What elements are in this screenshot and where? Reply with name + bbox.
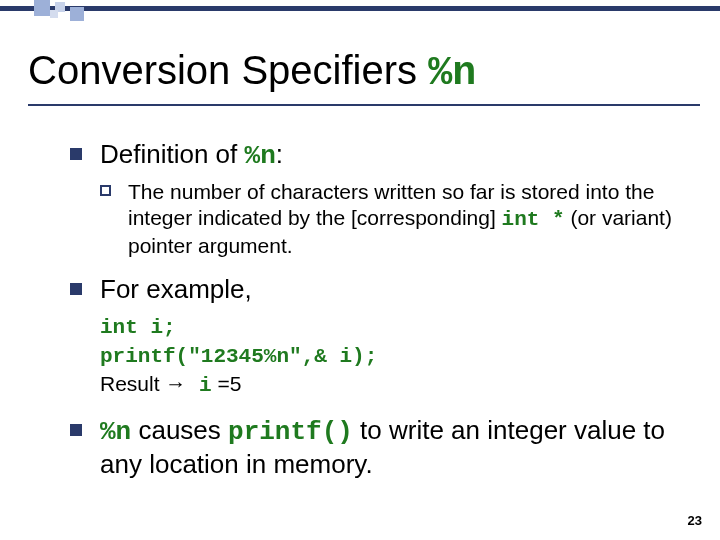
subbullet-definition-detail: The number of characters written so far … [100, 179, 680, 260]
result-code: i [186, 374, 211, 397]
deco-square [50, 10, 58, 18]
bullet-text: For example, [100, 274, 252, 304]
slide: Conversion Specifiers %n Definition of %… [0, 0, 720, 540]
deco-square [70, 7, 84, 21]
deco-bar [0, 6, 720, 11]
slide-content: Definition of %n: The number of characte… [70, 128, 680, 487]
slide-title: Conversion Specifiers %n [28, 48, 700, 106]
bullet-code: printf() [228, 417, 353, 447]
bullet-definition: Definition of %n: [70, 138, 680, 173]
page-number: 23 [688, 513, 702, 528]
bullet-summary: %n causes printf() to write an integer v… [70, 414, 680, 481]
subbullet-code: int * [502, 208, 565, 231]
example-code-block: int i; printf("12345%n",& i); Result → i… [100, 312, 680, 400]
bullet-text: causes [131, 415, 228, 445]
title-text: Conversion Specifiers [28, 48, 428, 92]
code-line: printf("12345%n",& i); [100, 345, 377, 368]
bullet-example: For example, [70, 273, 680, 306]
deco-square [34, 0, 50, 16]
bullet-code: %n [245, 141, 276, 171]
title-code: %n [428, 51, 476, 96]
arrow-icon: → [165, 372, 186, 395]
code-line: int i; [100, 316, 176, 339]
result-label: Result [100, 372, 165, 395]
bullet-code: %n [100, 417, 131, 447]
bullet-text: : [276, 139, 283, 169]
result-value: =5 [212, 372, 242, 395]
top-decoration [0, 0, 720, 22]
bullet-text: Definition of [100, 139, 245, 169]
